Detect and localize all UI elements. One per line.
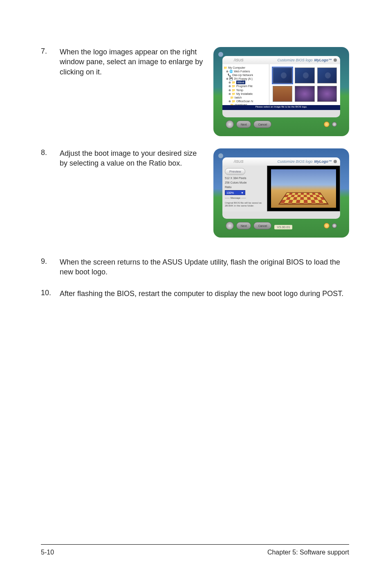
step-number: 10. [41, 289, 60, 298]
step-10-text: After flashing the BIOS, restart the com… [60, 289, 349, 298]
version-label: V3.00.01 [274, 225, 292, 229]
window-header: /ISUS Customize BIOS logo MyLogo™ [222, 56, 340, 64]
help-bulb-icon[interactable] [324, 223, 329, 229]
cancel-button[interactable]: Cancel [253, 222, 271, 229]
resolution-label: 512 X 384 Pixels [225, 177, 264, 180]
help-bulb-icon[interactable] [324, 121, 329, 127]
preview-side-panel: Preview 512 X 384 Pixels 256 Colors Mode… [222, 166, 267, 211]
image-thumbnail[interactable] [273, 86, 292, 102]
preview-graphic [280, 193, 327, 203]
step-number: 9. [41, 257, 60, 277]
app-name: MyLogo™ [314, 58, 332, 62]
preview-image-area [267, 166, 340, 211]
image-thumbnail[interactable] [317, 67, 337, 83]
cancel-button[interactable]: Cancel [253, 121, 271, 128]
image-thumbnail[interactable] [295, 86, 314, 102]
back-button[interactable] [226, 222, 234, 230]
image-thumbnail[interactable] [273, 67, 292, 83]
next-button[interactable]: Next [236, 121, 251, 128]
ratio-select[interactable]: 100%▼ [225, 190, 245, 195]
step-8-text: Adjust the boot image to your desired si… [60, 148, 205, 168]
folder-tree[interactable]: 📁 My Computer ⊕ 🌐 Web Folders 📞 Dial-Up … [222, 64, 269, 105]
header-subtitle: Customize BIOS logo [277, 58, 312, 62]
monitor-icon [218, 153, 223, 158]
window-header: /ISUS Customize BIOS logo MyLogo™ [222, 157, 340, 166]
preview-button[interactable]: Preview [225, 168, 245, 175]
step-number: 7. [41, 47, 60, 77]
app-name: MyLogo™ [314, 159, 332, 164]
image-thumbnail[interactable] [295, 67, 314, 83]
brand-text: /ISUS [234, 58, 244, 62]
chapter-label: Chapter 5: Software support [267, 549, 349, 556]
step-number: 8. [41, 148, 60, 168]
page-number: 5-10 [41, 549, 54, 556]
mylogo-preview-screenshot: /ISUS Customize BIOS logo MyLogo™ Previe… [213, 148, 349, 238]
next-button[interactable]: Next [236, 222, 251, 229]
ratio-label: Ratio [225, 186, 264, 189]
page-footer: 5-10 Chapter 5: Software support [41, 544, 349, 556]
status-bar: Please select an image file to be the BI… [222, 105, 340, 110]
message-heading: —— Message —— [225, 197, 264, 199]
image-thumbnail[interactable] [317, 86, 337, 102]
mylogo-select-screenshot: /ISUS Customize BIOS logo MyLogo™ 📁 My C… [213, 47, 349, 136]
step-9-text: When the screen returns to the ASUS Upda… [60, 257, 349, 277]
color-mode-label: 256 Colors Mode [225, 181, 264, 184]
info-icon[interactable] [332, 223, 337, 228]
step-7-text: When the logo images appear on the right… [60, 47, 205, 77]
brand-text: /ISUS [234, 159, 244, 164]
monitor-icon [218, 52, 223, 57]
image-grid[interactable] [269, 64, 340, 105]
header-subtitle: Customize BIOS logo [277, 159, 312, 164]
info-icon[interactable] [332, 122, 337, 127]
close-icon[interactable] [334, 160, 337, 163]
message-text: Original BIOS file will be saved as 2B.B… [225, 202, 264, 207]
back-button[interactable] [226, 120, 234, 128]
close-icon[interactable] [334, 58, 337, 62]
